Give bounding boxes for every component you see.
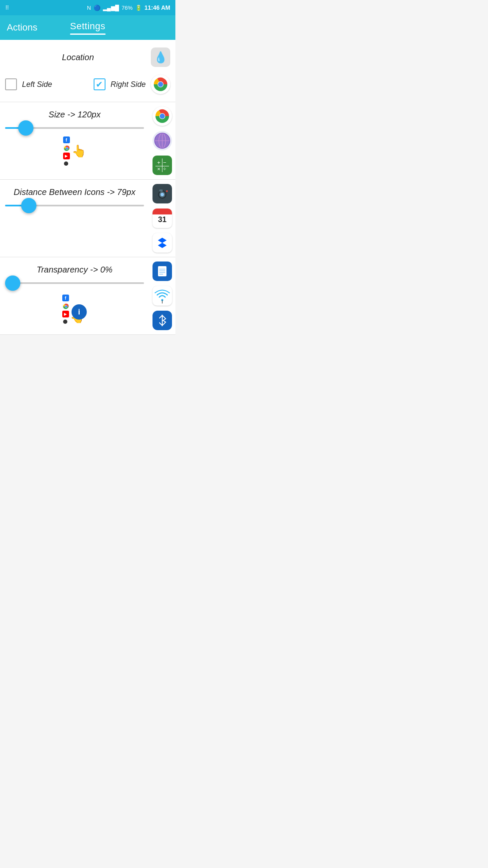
svg-point-25 (161, 193, 164, 196)
distance-slider-thumb[interactable] (21, 198, 36, 213)
transparency-icons-col (149, 257, 175, 334)
svg-point-6 (66, 147, 68, 150)
distance-title: Distance Between Icons -> 79px (5, 187, 144, 197)
size-header: Size -> 120px (0, 102, 149, 123)
dot-icon-2 (63, 320, 67, 324)
transparency-slider-track[interactable] (5, 282, 144, 284)
size-slider-track[interactable] (5, 127, 144, 129)
gdocs-app-icon (152, 262, 172, 281)
transparency-section: Transparency -> 0% f (0, 257, 175, 335)
calendar-header-bar (152, 209, 172, 214)
droplet-symbol: 💧 (154, 51, 167, 64)
svg-text:−: − (163, 159, 166, 166)
dropbox-app-icon (152, 233, 172, 253)
distance-main-col: Distance Between Icons -> 79px (0, 180, 149, 257)
right-side-group: ✔ Right Side (94, 75, 170, 94)
distance-row-with-icons: Distance Between Icons -> 79px (0, 180, 175, 257)
fb-mini-icon-2: f (62, 295, 69, 301)
droplet-app-icon: 💧 (151, 47, 170, 67)
location-title: Location (5, 53, 151, 62)
left-side-group: Left Side (5, 78, 52, 90)
distance-header: Distance Between Icons -> 79px (0, 180, 149, 200)
size-section: Size -> 120px f (0, 102, 175, 180)
bluetooth-status-icon: 🔵 (94, 5, 100, 11)
transparency-title: Transparency -> 0% (5, 265, 144, 275)
info-button[interactable]: i (72, 304, 87, 320)
calendar-app-icon: 31 (152, 209, 172, 228)
left-side-checkbox[interactable] (5, 78, 17, 90)
distance-icons-col: 31 (149, 180, 175, 257)
fb-mini-icon: f (63, 136, 70, 143)
transparency-slider-thumb[interactable] (5, 275, 20, 291)
bottom-mini-icons: f ▶ (62, 295, 69, 324)
camera-app-icon (152, 184, 172, 203)
right-side-label: Right Side (111, 80, 146, 89)
chrome-app-icon (151, 75, 170, 94)
size-icons-col: + − × ÷ (149, 102, 175, 179)
calendar-day-number: 31 (158, 215, 166, 224)
svg-point-27 (166, 190, 168, 192)
toolbar: Actions Settings (0, 15, 175, 40)
size-title: Size -> 120px (5, 110, 144, 120)
location-header: Location 💧 (0, 40, 175, 73)
battery-icon: 🔋 (135, 5, 142, 11)
distance-section: Distance Between Icons -> 79px (0, 180, 175, 257)
settings-tab[interactable]: Settings (70, 21, 105, 35)
settings-label: Settings (70, 21, 105, 32)
chrome-app-icon-2 (152, 106, 172, 126)
menu-icon: ⠿ (5, 5, 9, 11)
calculator-app-icon: + − × ÷ (152, 156, 172, 175)
size-slider-row[interactable] (0, 123, 149, 135)
size-row-with-icons: Size -> 120px f (0, 102, 175, 179)
size-cursor-area: f (0, 135, 149, 169)
svg-text:×: × (157, 166, 161, 172)
right-side-checkbox[interactable]: ✔ (94, 78, 105, 90)
transparency-slider-row[interactable] (0, 278, 149, 290)
bluetooth-app-icon (152, 311, 172, 330)
distance-slider-row[interactable] (0, 200, 149, 212)
svg-rect-36 (158, 266, 166, 276)
mini-icons-list: f (63, 136, 70, 166)
cursor-hand-icon: 👆 (72, 144, 86, 158)
clock-display: 11:46 AM (144, 4, 170, 11)
location-section: Location 💧 Left Side ✔ Right Side (0, 40, 175, 102)
left-side-label: Left Side (22, 80, 52, 89)
svg-point-34 (65, 306, 67, 308)
clock-app-icon (152, 131, 172, 150)
distance-slider-track[interactable] (5, 205, 144, 206)
yt-mini-icon-2: ▶ (62, 311, 69, 317)
floating-icons-group: f (63, 136, 70, 166)
chrome-mini-icon-2 (62, 303, 69, 309)
size-main-col: Size -> 120px f (0, 102, 149, 179)
chrome-svg (152, 76, 169, 93)
signal-icon: ▂▄▆█ (103, 5, 119, 11)
transparency-header: Transparency -> 0% (0, 257, 149, 278)
transparency-bottom-area: f ▶ (0, 290, 149, 324)
svg-rect-26 (159, 189, 163, 192)
svg-text:÷: ÷ (163, 166, 166, 172)
chrome-mini-icon (63, 145, 70, 151)
wifi-app-icon (152, 286, 172, 306)
transparency-main-col: Transparency -> 0% f (0, 257, 149, 334)
size-slider-thumb[interactable] (18, 120, 33, 136)
location-sides-row: Left Side ✔ Right Side (0, 73, 175, 102)
transparency-row-with-icons: Transparency -> 0% f (0, 257, 175, 334)
svg-point-3 (158, 82, 163, 87)
battery-indicator: 76% (122, 5, 133, 11)
yt-mini-icon: ▶ (63, 153, 70, 159)
tab-underline (70, 33, 105, 35)
svg-text:+: + (157, 159, 161, 166)
dot-icon (64, 161, 68, 166)
status-bar: ⠿ N 🔵 ▂▄▆█ 76% 🔋 11:46 AM (0, 0, 175, 15)
nfc-icon: N (87, 5, 91, 11)
svg-point-9 (160, 114, 165, 119)
